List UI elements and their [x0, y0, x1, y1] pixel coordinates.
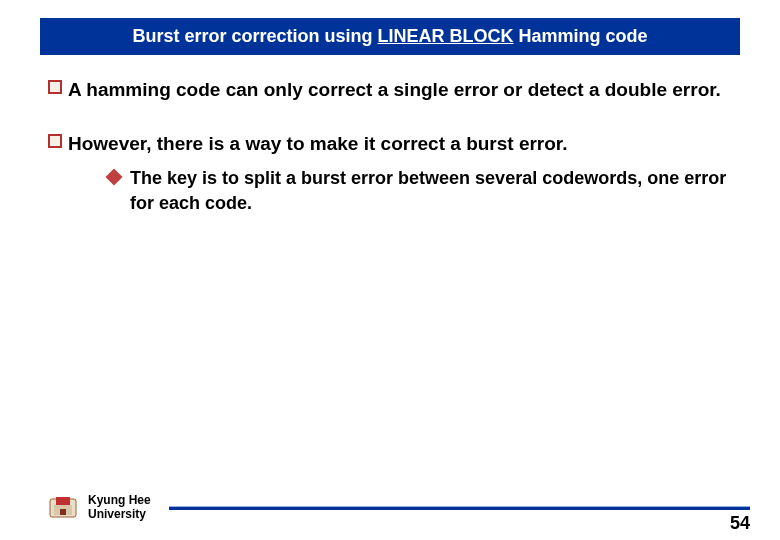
university-line1: Kyung Hee: [88, 494, 151, 508]
university-line2: University: [88, 508, 151, 522]
university-logo-icon: [48, 495, 78, 521]
svg-rect-3: [60, 509, 66, 515]
slide-content: A hamming code can only correct a single…: [0, 55, 780, 215]
title-pre: Burst error correction using: [132, 26, 377, 46]
diamond-bullet-icon: [106, 169, 123, 186]
sub-bullet-text: The key is to split a burst error betwee…: [130, 166, 732, 215]
square-bullet-icon: [48, 134, 62, 148]
square-bullet-icon: [48, 80, 62, 94]
slide-title: Burst error correction using LINEAR BLOC…: [40, 18, 740, 55]
bullet-text: However, there is a way to make it corre…: [68, 131, 732, 157]
bullet-item: However, there is a way to make it corre…: [48, 131, 732, 215]
svg-rect-1: [56, 497, 70, 505]
title-underlined: LINEAR BLOCK: [378, 26, 514, 46]
university-name: Kyung Hee University: [88, 494, 151, 522]
title-post: Hamming code: [514, 26, 648, 46]
slide-footer: Kyung Hee University: [0, 494, 780, 522]
page-number: 54: [730, 513, 750, 534]
sub-bullet-item: The key is to split a burst error betwee…: [108, 166, 732, 215]
bullet-text: A hamming code can only correct a single…: [68, 77, 721, 103]
footer-divider: [169, 506, 750, 510]
bullet-item: A hamming code can only correct a single…: [48, 77, 732, 103]
